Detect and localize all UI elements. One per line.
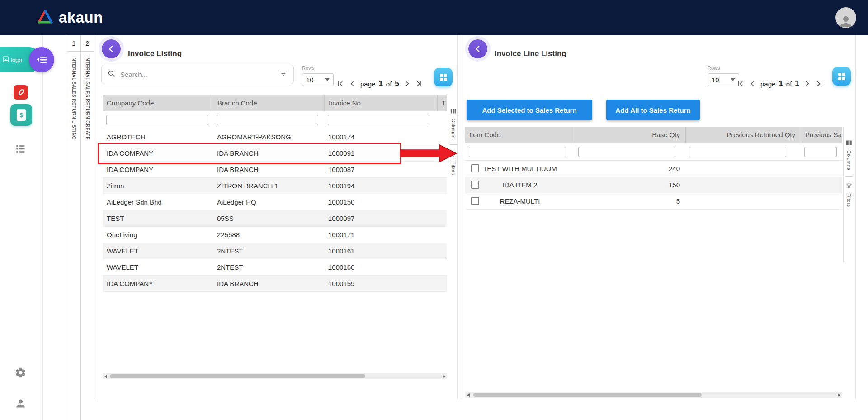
dollar-glyph: $ [19,112,23,119]
rows-per-page-select[interactable]: 10 [708,73,739,86]
column-header-invoice-no[interactable]: Invoice No [324,95,437,111]
scroll-right-arrow[interactable] [838,393,840,397]
table-row[interactable]: WAVELET 2NTEST 1000160 [103,259,447,276]
cell-invoice-no: 1000091 [324,145,437,161]
cell-invoice-no: 1000161 [324,243,437,259]
column-header-item-code[interactable]: Item Code [465,127,575,143]
current-page: 1 [778,79,783,88]
horizontal-scrollbar[interactable] [103,373,447,379]
cell-extra [437,178,447,194]
row-checkbox[interactable] [471,164,479,172]
table-row[interactable]: IDA COMPANY IDA BRANCH 1000159 [103,276,447,292]
sidebar-item-profile[interactable] [14,397,27,410]
column-header-previous-returned-qty[interactable]: Previous Returned Qty [685,127,801,143]
cell-branch-code: IDA BRANCH [213,276,324,291]
tab-label: INTERNAL SALES RETURN CREATE [85,56,90,140]
table-header-row: Item Code Base Qty Previous Returned Qty… [465,127,842,143]
table-row[interactable]: WAVELET 2NTEST 1000161 [103,243,447,259]
column-header-company-code[interactable]: Company Code [103,95,213,111]
sidebar-item-list[interactable] [15,143,27,155]
sidebar-item-settings[interactable] [14,367,27,379]
columns-icon [450,108,457,116]
cell-extra [437,162,447,177]
prev-page-button[interactable] [748,79,757,88]
cell-company-code: IDA COMPANY [103,145,213,161]
sidebar-item-pdf[interactable] [14,85,28,100]
tab-internal-sales-return-create[interactable]: 2 INTERNAL SALES RETURN CREATE [80,35,94,420]
table-row[interactable]: AiLedger Sdn Bhd AiLedger HQ 1000150 [103,194,447,210]
add-all-to-sales-return-button[interactable]: Add All to Sales Return [606,100,700,120]
row-checkbox[interactable] [471,181,479,189]
sidebar-item-billing[interactable]: $ [10,104,32,126]
back-button[interactable] [468,39,487,58]
filter-funnel-icon [450,151,457,159]
columns-toggle[interactable]: Columns [451,119,456,138]
cell-extra [437,129,447,145]
filters-toggle[interactable]: Filters [451,162,456,175]
cell-invoice-no: 1000171 [324,227,437,243]
cell-branch-code: ZITRON BRANCH 1 [213,178,324,194]
filter-input-item-code[interactable] [469,147,566,157]
sidebar-menu-button[interactable] [29,47,54,72]
column-header-truncated[interactable]: T [437,95,447,111]
columns-toggle[interactable]: Columns [846,150,852,170]
column-header-base-qty[interactable]: Base Qty [575,127,685,143]
filter-list-icon[interactable] [279,69,288,80]
back-arrow-icon [473,44,483,54]
filter-input-previous-sales[interactable] [804,147,837,157]
filter-input-previous-returned-qty[interactable] [689,147,786,157]
filter-input-invoice-no[interactable] [328,115,429,125]
search-input[interactable] [119,70,279,79]
rows-per-page-select[interactable]: 10 [302,73,334,86]
table-row[interactable]: IDA ITEM 2 150 [465,177,842,193]
tab-label: INTERNAL SALES RETURN LISTING [71,56,76,140]
table-row-selected[interactable]: IDA COMPANY IDA BRANCH 1000091 [103,145,447,162]
cell-company-code: IDA COMPANY [103,276,213,291]
cell-company-code: AGROTECH [103,129,213,145]
filter-input-base-qty[interactable] [578,147,675,157]
akaun-triangle-icon [36,9,54,26]
invoice-doc-icon: $ [17,109,26,121]
add-selected-to-sales-return-button[interactable]: Add Selected to Sales Return [467,100,592,120]
cell-previous-sales [801,177,842,193]
table-row[interactable]: TEST WITH MULTIUOM 240 [465,161,842,177]
first-page-button[interactable] [736,79,745,88]
filters-toggle[interactable]: Filters [846,193,852,207]
prev-page-button[interactable] [348,79,357,88]
user-avatar[interactable] [835,7,856,28]
tab-internal-sales-return-listing[interactable]: 1 INTERNAL SALES RETURN LISTING [67,35,80,420]
filter-input-company-code[interactable] [106,115,208,125]
table-row[interactable]: AGROTECH AGROMART-PAKSONG 1000174 [103,129,447,145]
scrollbar-thumb[interactable] [473,393,702,397]
cell-company-code: TEST [103,210,213,226]
table-row[interactable]: REZA-MULTI 5 [465,193,842,210]
filter-input-branch-code[interactable] [217,115,318,125]
scroll-right-arrow[interactable] [443,375,445,378]
next-page-button[interactable] [802,79,811,88]
item-code-text: REZA-MULTI [500,197,540,205]
column-header-previous-sales[interactable]: Previous Sa [801,127,842,143]
horizontal-scrollbar[interactable] [465,392,842,398]
brand-text: akaun [59,9,103,26]
first-page-button[interactable] [336,79,345,88]
pdf-icon [15,87,26,98]
last-page-button[interactable] [415,79,424,88]
next-page-button[interactable] [402,79,411,88]
cell-company-code: WAVELET [103,243,213,259]
scroll-left-arrow[interactable] [104,375,107,378]
table-row[interactable]: Zitron ZITRON BRANCH 1 1000194 [103,178,447,194]
last-page-button[interactable] [815,79,824,88]
grid-view-button[interactable] [434,68,453,86]
back-button[interactable] [102,39,121,58]
row-checkbox[interactable] [471,197,479,205]
column-header-branch-code[interactable]: Branch Code [213,95,324,111]
scroll-left-arrow[interactable] [467,393,470,397]
table-row[interactable]: IDA COMPANY IDA BRANCH 1000087 [103,162,447,178]
table-row[interactable]: TEST 05SS 1000097 [103,210,447,227]
grid-view-button[interactable] [832,67,851,86]
filter-row [103,111,447,129]
tab-number: 2 [81,35,94,52]
table-row[interactable]: OneLiving 225588 1000171 [103,227,447,243]
cell-extra [437,243,447,259]
scrollbar-thumb[interactable] [110,374,365,378]
